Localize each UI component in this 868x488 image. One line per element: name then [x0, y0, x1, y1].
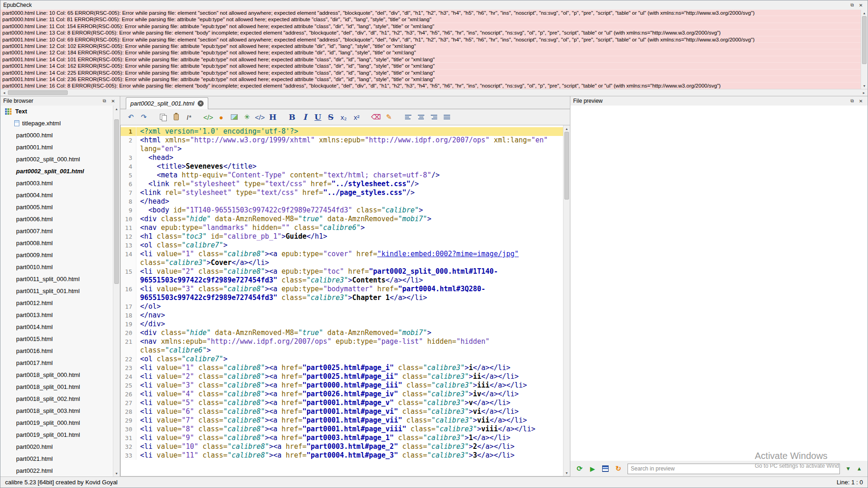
code-line[interactable]: 18</nav>: [121, 311, 563, 320]
code-line[interactable]: 22<ol class="calibre7">: [121, 355, 563, 364]
file-item[interactable]: part0000.html: [0, 129, 113, 141]
align-right-button[interactable]: [428, 111, 440, 123]
align-left-button[interactable]: [402, 111, 414, 123]
scroll-down-icon[interactable]: ▼: [563, 470, 570, 476]
find-previous-button[interactable]: ▲: [855, 464, 864, 473]
run-preview-button[interactable]: ▶: [587, 463, 598, 474]
close-panel-icon[interactable]: ✕: [857, 2, 865, 9]
file-item[interactable]: part0017.html: [0, 357, 113, 369]
epubcheck-error-row[interactable]: part0001.html Line: 12 Col: 102 ERROR(RS…: [0, 43, 861, 49]
file-item[interactable]: part0012.html: [0, 297, 113, 309]
scroll-track[interactable]: [8, 89, 860, 96]
scroll-track[interactable]: [563, 132, 570, 470]
heading-button[interactable]: H: [267, 111, 279, 123]
file-item[interactable]: part0022.html: [0, 464, 113, 476]
file-item[interactable]: part0013.html: [0, 309, 113, 321]
scroll-thumb[interactable]: [564, 132, 569, 200]
file-item[interactable]: part0018_split_001.html: [0, 381, 113, 393]
find-next-button[interactable]: ▼: [844, 464, 853, 473]
fix-html-button[interactable]: </>: [202, 111, 214, 123]
file-item[interactable]: part0007.html: [0, 225, 113, 237]
epubcheck-error-row[interactable]: part0001.html Line: 14 Col: 162 ERROR(RS…: [0, 63, 861, 69]
file-item[interactable]: part0006.html: [0, 213, 113, 225]
tab-close-icon[interactable]: ✕: [198, 100, 204, 106]
code-line[interactable]: 20<div class="hide" data-AmznRemoved-M8=…: [121, 329, 563, 337]
insert-snippet-button[interactable]: I*: [183, 111, 195, 123]
code-line[interactable]: 6 <link rel="stylesheet" type="text/css"…: [121, 180, 563, 188]
scroll-track[interactable]: [113, 112, 120, 470]
insert-special-character-button[interactable]: ✳: [241, 111, 253, 123]
file-item[interactable]: part0004.html: [0, 189, 113, 201]
epubcheck-error-row[interactable]: part0000.html Line: 10 Col: 65 ERROR(RSC…: [0, 10, 861, 16]
scroll-thumb[interactable]: [8, 90, 68, 95]
code-line[interactable]: 7<link rel="stylesheet" type="text/css" …: [121, 188, 563, 197]
code-line[interactable]: 30<li value="8" class="calibre8"><a href…: [121, 425, 563, 434]
code-view-button[interactable]: </>: [254, 111, 266, 123]
file-item[interactable]: part0015.html: [0, 333, 113, 345]
code-line[interactable]: 8</head>: [121, 197, 563, 206]
text-section-header[interactable]: Text: [0, 106, 113, 117]
file-item[interactable]: part0019_split_001.html: [0, 429, 113, 441]
epubcheck-error-row[interactable]: part0001.html Line: 16 Col: 8 ERROR(RSC-…: [0, 82, 861, 89]
code-line[interactable]: 2<html xmlns="http://www.w3.org/1999/xht…: [121, 136, 563, 153]
close-panel-icon[interactable]: ✕: [857, 98, 865, 105]
scroll-down-icon[interactable]: ▼: [113, 470, 120, 476]
code-line[interactable]: 21<nav xmlns:epub="http://www.idpf.org/2…: [121, 337, 563, 355]
code-line[interactable]: 24<li value="2" class="calibre8"><a href…: [121, 372, 563, 381]
scroll-up-icon[interactable]: ▲: [861, 10, 868, 16]
epubcheck-error-row[interactable]: part0001.html Line: 14 Col: 225 ERROR(RS…: [0, 70, 861, 76]
file-item[interactable]: part0010.html: [0, 261, 113, 273]
code-line[interactable]: 5 <meta http-equiv="Content-Type" conten…: [121, 171, 563, 180]
file-item[interactable]: part0003.html: [0, 177, 113, 189]
scroll-left-icon[interactable]: ◄: [0, 91, 8, 94]
code-line[interactable]: 23<li value="1" class="calibre8"><a href…: [121, 364, 563, 372]
file-item[interactable]: part0021.html: [0, 453, 113, 464]
file-item[interactable]: part0019_split_000.html: [0, 417, 113, 429]
file-item[interactable]: part0016.html: [0, 345, 113, 357]
file-item[interactable]: part0009.html: [0, 249, 113, 261]
editor-tab[interactable]: part0002_split_001.html ✕: [126, 97, 208, 109]
file-item[interactable]: part0002_split_000.html: [0, 153, 113, 165]
align-center-button[interactable]: [415, 111, 427, 123]
code-line[interactable]: 29<li value="7" class="calibre8"><a href…: [121, 416, 563, 425]
file-item[interactable]: part0018_split_002.html: [0, 393, 113, 405]
reload-preview-button[interactable]: ⟳: [574, 463, 585, 474]
underline-button[interactable]: U: [312, 111, 324, 123]
epubcheck-error-row[interactable]: part0001.html Line: 14 Col: 236 ERROR(RS…: [0, 76, 861, 82]
code-line[interactable]: 1<?xml version='1.0' encoding='utf-8'?>: [121, 127, 563, 136]
copy-button[interactable]: [157, 111, 169, 123]
code-line[interactable]: 11<nav epub:type="landmarks" hidden="" c…: [121, 223, 563, 232]
close-panel-icon[interactable]: ✕: [109, 98, 117, 105]
undo-button[interactable]: ↶: [125, 111, 137, 123]
code-line[interactable]: 10<div class="hide" data-AmznRemoved-M8=…: [121, 215, 563, 223]
file-item[interactable]: part0011_split_001.html: [0, 285, 113, 297]
file-item[interactable]: part0020.html: [0, 441, 113, 453]
code-line[interactable]: 14<li value="1" class="calibre8"><a epub…: [121, 250, 563, 267]
code-line[interactable]: 9 <body id="1T140-96551503c997422c9f2989…: [121, 206, 563, 215]
file-item[interactable]: part0002_split_001.html: [0, 165, 113, 177]
file-item[interactable]: part0018_split_003.html: [0, 405, 113, 417]
editor-scrollbar[interactable]: ▲ ▼: [563, 125, 570, 476]
strikethrough-button[interactable]: S: [325, 111, 337, 123]
italic-button[interactable]: I: [299, 111, 311, 123]
code-line[interactable]: 32<li value="10" class="calibre8"><a hre…: [121, 442, 563, 451]
code-line[interactable]: 25<li value="3" class="calibre8"><a href…: [121, 381, 563, 390]
beautify-button[interactable]: ✎: [383, 111, 395, 123]
float-panel-icon[interactable]: ⧉: [848, 98, 856, 105]
scroll-right-icon[interactable]: ►: [860, 91, 868, 94]
epubcheck-error-row[interactable]: part0001.html Line: 10 Col: 69 ERROR(RSC…: [0, 36, 861, 43]
code-line[interactable]: 12<h1 class="toc3" id="calibre_pb_1">Gui…: [121, 232, 563, 241]
code-line[interactable]: 15<li value="2" class="calibre8"><a epub…: [121, 267, 563, 285]
epubcheck-error-row[interactable]: part0000.html Line: 11 Col: 81 ERROR(RSC…: [0, 16, 861, 23]
epubcheck-error-row[interactable]: part0001.html Line: 14 Col: 101 ERROR(RS…: [0, 56, 861, 63]
scroll-up-icon[interactable]: ▲: [563, 125, 570, 132]
epubcheck-error-row[interactable]: part0000.html Line: 11 Col: 154 ERROR(RS…: [0, 23, 861, 29]
file-item[interactable]: part0008.html: [0, 237, 113, 249]
code-line[interactable]: 26<li value="4" class="calibre8"><a href…: [121, 390, 563, 399]
superscript-button[interactable]: x²: [351, 111, 363, 123]
code-line[interactable]: 13<ol class="calibre7">: [121, 241, 563, 250]
code-line[interactable]: 16<li value="3" class="calibre8"><a epub…: [121, 285, 563, 302]
epubcheck-error-row[interactable]: part0001.html Line: 12 Col: 184 ERROR(RS…: [0, 49, 861, 56]
code-line[interactable]: 4 <title>Seveneves</title>: [121, 162, 563, 171]
file-item[interactable]: part0018_split_000.html: [0, 369, 113, 381]
